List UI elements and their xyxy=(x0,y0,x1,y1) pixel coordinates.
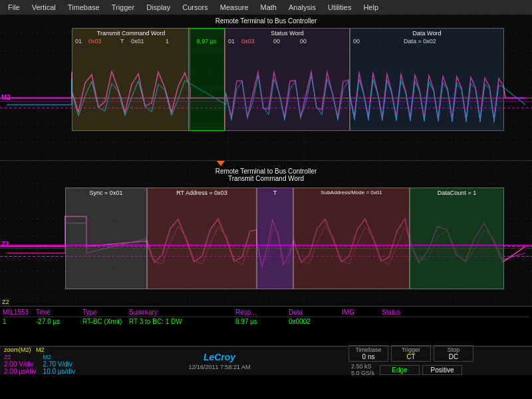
menu-utilities[interactable]: Utilities xyxy=(323,2,356,13)
meas-8.97: 8.97 µs xyxy=(197,38,217,45)
sw-00b: 00 xyxy=(300,38,307,45)
th-time: Time xyxy=(36,309,82,316)
trig-dc: DC xyxy=(449,353,458,360)
data-table: MIL1553 Time Type Summary Resp... Data I… xyxy=(0,306,532,346)
th-data: Data xyxy=(289,309,342,316)
trigger-pos-block: Positive xyxy=(422,365,462,375)
scope-area: Remote Terminal to Bus Controller Transm… xyxy=(0,15,532,399)
bot-title2: Transmit Command Word xyxy=(215,175,317,182)
m2-marker-line xyxy=(0,98,532,98)
top-panel: Remote Terminal to Bus Controller Transm… xyxy=(0,15,532,161)
seg-t-T: T xyxy=(120,38,124,45)
td-data: 0x0002 xyxy=(289,318,342,325)
seg-sync: Sync = 0x01 xyxy=(65,188,147,289)
td-status xyxy=(382,318,448,325)
seg-t-0x03: 0x03 xyxy=(88,38,102,45)
z2-tdiv: 2.00 µs/div xyxy=(4,368,37,375)
th-summary: Summary xyxy=(129,309,235,316)
zoom-text: Z2 xyxy=(2,299,9,305)
menu-display[interactable]: Display xyxy=(141,2,176,13)
m2-label: M2 xyxy=(1,94,11,101)
menu-file[interactable]: File xyxy=(3,2,25,13)
table-header: MIL1553 Time Type Summary Resp... Data I… xyxy=(3,308,529,317)
seg-status-word: Status Word 01 0x03 00 00 xyxy=(225,28,350,131)
td-time: -27.0 µs xyxy=(36,318,82,325)
panel-divider xyxy=(0,161,532,166)
seg-t-1: 1 xyxy=(166,38,169,45)
z2-ch-label: Z2 xyxy=(4,354,37,360)
menu-vertical[interactable]: Vertical xyxy=(27,2,61,13)
trig-stop: Stop xyxy=(448,346,460,353)
status-bar: zoom(M2) M2 Z2 2.00 V/div 2.00 µs/div M2… xyxy=(0,346,532,375)
menu-help[interactable]: Help xyxy=(358,2,384,13)
trigger-dc-block: Stop DC xyxy=(434,345,473,362)
seg-datacount: DataCount = 1 xyxy=(410,188,504,289)
datetime: 12/16/2011 7:58:21 AM xyxy=(188,364,250,370)
sw-00a: 00 xyxy=(273,38,280,45)
timebase-label: Timebase xyxy=(355,346,381,353)
seg-transmit-cmd: Transmit Command Word 01 0x03 T 0x01 1 xyxy=(72,28,190,131)
seg-t-01: 01 xyxy=(75,38,82,45)
dw-00: 00 xyxy=(353,38,360,45)
z2-vdiv: 2.00 V/div xyxy=(4,360,37,368)
trigger-edge-block: Edge xyxy=(380,365,420,375)
m2-vdiv: 2.70 V/div xyxy=(43,360,76,368)
th-status: Status xyxy=(382,309,448,316)
table-row[interactable]: 1 -27.0 µs RT-BC (Xmit) RT 3 to BC: 1 DW… xyxy=(3,317,529,326)
sb-row1: Timebase 0 ns Trigger CT Stop DC xyxy=(348,345,529,362)
m2-ch-label: M2 xyxy=(43,354,76,360)
trigger-ch-block: Trigger CT xyxy=(391,345,431,362)
seg-subaddr: SubAddress/Mode = 0x01 xyxy=(293,188,410,289)
z2-marker-line xyxy=(0,245,532,245)
seg-data-label: Data Word xyxy=(413,30,442,37)
menu-math[interactable]: Math xyxy=(255,2,282,13)
trig-ch: CT xyxy=(406,353,415,360)
dw-data: Data = 0x02 xyxy=(404,38,436,45)
td-resp: 8.97 µs xyxy=(235,318,289,325)
bot-title1: Remote Terminal to Bus Controller xyxy=(215,168,317,175)
tri-marker xyxy=(217,161,225,166)
seg-t-0x01: 0x01 xyxy=(131,38,144,45)
z2-label: Z2 xyxy=(1,241,9,248)
td-summary: RT 3 to BC: 1 DW xyxy=(129,318,235,325)
menu-timebase[interactable]: Timebase xyxy=(63,2,105,13)
seg-data-word: Data Word 00 Data = 0x02 xyxy=(350,28,504,131)
sb-channel-info: zoom(M2) M2 Z2 2.00 V/div 2.00 µs/div M2… xyxy=(0,346,93,375)
th-img: IMG xyxy=(342,309,382,316)
sb-channels: Z2 2.00 V/div 2.00 µs/div M2 2.70 V/div … xyxy=(4,354,89,375)
sample-rate: 2.50 kS 5.0 GS/s xyxy=(348,363,377,376)
zoom-indicator: Z2 xyxy=(0,298,11,306)
timebase-value: 0 ns xyxy=(362,353,375,360)
rt-addr-label: RT Address = 0x03 xyxy=(176,190,227,196)
m2-marker-line2 xyxy=(0,101,532,102)
subaddr-label: SubAddress/Mode = 0x01 xyxy=(321,190,382,196)
sw-01: 01 xyxy=(228,38,235,45)
th-mil: MIL1553 xyxy=(3,309,36,316)
menu-cursors[interactable]: Cursors xyxy=(177,2,213,13)
m2-tdiv: 10.0 µs/div xyxy=(43,368,76,375)
seg-t-bit: T xyxy=(257,188,293,289)
menu-trigger[interactable]: Trigger xyxy=(106,2,140,13)
z2-marker-line2 xyxy=(0,248,532,249)
zoom-ch-label: zoom(M2) M2 xyxy=(4,346,89,353)
timebase-block: Timebase 0 ns xyxy=(348,345,388,362)
seg-meas-green: 8.97 µs xyxy=(188,28,225,131)
t-label: T xyxy=(273,190,277,196)
seg-status-label: Status Word xyxy=(271,30,303,37)
bottom-panel: Remote Terminal to Bus Controller Transm… xyxy=(0,166,532,306)
sync-label: Sync = 0x01 xyxy=(90,190,123,196)
seg-rt-addr: RT Address = 0x03 xyxy=(147,188,257,289)
menubar: File Vertical Timebase Trigger Display C… xyxy=(0,0,532,15)
trig-label: Trigger xyxy=(402,346,420,353)
datacount-label: DataCount = 1 xyxy=(438,190,476,196)
ch-m2-block: M2 2.70 V/div 10.0 µs/div xyxy=(43,354,76,375)
menu-analysis[interactable]: Analysis xyxy=(283,2,321,13)
sw-0x03: 0x03 xyxy=(241,38,255,45)
menu-measure[interactable]: Measure xyxy=(215,2,254,13)
ch-z2-block: Z2 2.00 V/div 2.00 µs/div xyxy=(4,354,37,375)
sb-row2: 2.50 kS 5.0 GS/s Edge Positive xyxy=(348,363,529,376)
th-resp: Resp... xyxy=(235,309,289,316)
sb-mid: LeCroy 12/16/2011 7:58:21 AM xyxy=(93,346,346,375)
bottom-titles: Remote Terminal to Bus Controller Transm… xyxy=(215,168,317,182)
lecroy-logo: LeCroy xyxy=(198,352,241,362)
